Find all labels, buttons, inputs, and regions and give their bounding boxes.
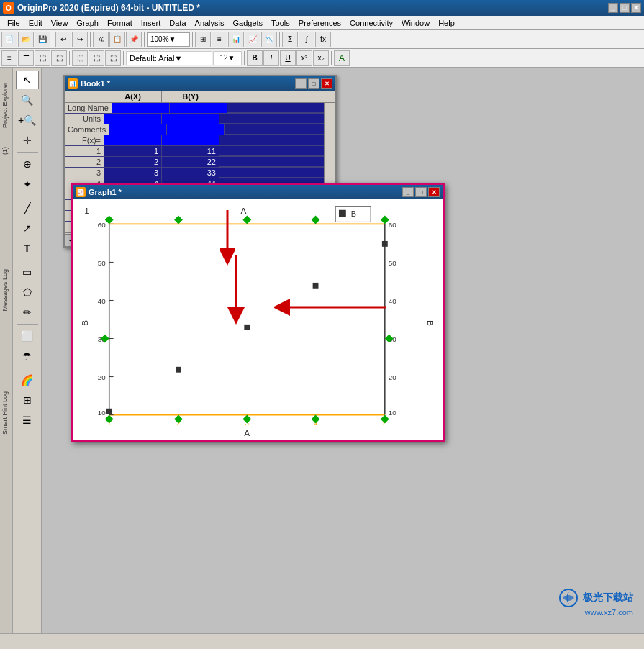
redo-button[interactable]: ↪ <box>72 32 88 47</box>
page-number: 1 <box>84 206 89 215</box>
minimize-button[interactable]: _ <box>608 3 618 13</box>
draw-circle-tool[interactable]: ⊕ <box>16 155 39 173</box>
graph1-maximize[interactable]: □ <box>415 187 427 197</box>
tb2-btn-2[interactable]: ☰ <box>18 50 34 66</box>
rectangle-tool[interactable]: ▭ <box>16 263 39 281</box>
font-size-input[interactable]: 12▼ <box>213 51 242 65</box>
font-name-input[interactable]: Default: Arial▼ <box>126 51 212 65</box>
select-tool[interactable]: ↖ <box>16 71 39 89</box>
toolbar-sep-5 <box>279 32 280 47</box>
mask-tool[interactable]: ☂ <box>16 347 39 366</box>
book1-icon: 📊 <box>68 78 78 88</box>
copy-button[interactable]: 📋 <box>109 32 125 47</box>
cell-a-3[interactable]: 3 <box>104 168 162 178</box>
color-map-tool[interactable]: 🌈 <box>16 371 39 389</box>
menu-view[interactable]: View <box>47 17 73 29</box>
graph1-minimize[interactable]: _ <box>402 187 414 197</box>
cell-b-comments[interactable] <box>167 124 225 135</box>
cell-a-longname[interactable] <box>112 103 170 113</box>
cell-b-1[interactable]: 11 <box>162 146 219 156</box>
cell-b-units[interactable] <box>162 114 219 124</box>
graph1-svg: 1 A B <box>73 199 443 440</box>
cell-a-2[interactable]: 2 <box>104 157 162 167</box>
graph1-window[interactable]: 📈 Graph1 * _ □ ✕ 1 A <box>71 183 445 442</box>
draw-point-tool[interactable]: ✦ <box>16 175 39 194</box>
cell-a-1[interactable]: 1 <box>104 146 162 156</box>
tb-btn-3[interactable]: 📊 <box>228 32 244 47</box>
tb-btn-7[interactable]: ∫ <box>299 32 314 47</box>
menu-graph[interactable]: Graph <box>72 17 103 29</box>
cell-extra-fx <box>219 135 335 145</box>
tb2-btn-1[interactable]: ≡ <box>1 50 17 66</box>
zoom-in-tool[interactable]: 🔍 <box>16 91 39 109</box>
underline-button[interactable]: U <box>280 50 296 66</box>
open-button[interactable]: 📂 <box>18 32 34 47</box>
cell-b-longname[interactable] <box>170 103 227 113</box>
tb2-btn-7[interactable]: ⬚ <box>105 50 121 66</box>
pan-tool[interactable]: ✛ <box>16 131 39 150</box>
edit-tool[interactable]: ✏ <box>16 303 39 322</box>
polygon-tool[interactable]: ⬠ <box>16 283 39 301</box>
menu-gadgets[interactable]: Gadgets <box>229 17 268 29</box>
bold-button[interactable]: B <box>247 50 263 66</box>
text-color-button[interactable]: A <box>334 50 350 66</box>
close-button[interactable]: ✕ <box>631 3 641 13</box>
graph1-close[interactable]: ✕ <box>428 187 440 197</box>
save-button[interactable]: 💾 <box>35 32 50 47</box>
grid-tool[interactable]: ⊞ <box>16 391 39 409</box>
book1-minimize[interactable]: _ <box>295 78 307 88</box>
toolbar2-sep-1 <box>69 51 70 65</box>
menu-tools[interactable]: Tools <box>267 17 294 29</box>
text-tool[interactable]: T <box>16 239 39 258</box>
cell-b-2[interactable]: 22 <box>162 157 219 167</box>
new-button[interactable]: 📄 <box>1 32 17 47</box>
tb2-btn-4[interactable]: ⬚ <box>51 50 67 66</box>
book1-close[interactable]: ✕ <box>321 78 332 88</box>
maximize-button[interactable]: □ <box>620 3 630 13</box>
menu-file[interactable]: File <box>3 17 24 29</box>
tb2-btn-6[interactable]: ⬚ <box>89 50 104 66</box>
cell-extra-1 <box>219 146 335 156</box>
subscript-button[interactable]: x₂ <box>313 50 329 66</box>
menu-edit[interactable]: Edit <box>24 17 47 29</box>
cell-b-fx[interactable] <box>162 135 219 145</box>
cell-a-units[interactable] <box>104 114 162 124</box>
italic-button[interactable]: I <box>263 50 279 66</box>
menu-help[interactable]: Help <box>434 17 459 29</box>
book1-title-bar[interactable]: 📊 Book1 * _ □ ✕ <box>65 76 335 91</box>
cell-a-comments[interactable] <box>109 124 167 135</box>
menu-preferences[interactable]: Preferences <box>294 17 345 29</box>
menu-connectivity[interactable]: Connectivity <box>345 17 397 29</box>
menu-insert[interactable]: Insert <box>137 17 165 29</box>
menu-analysis[interactable]: Analysis <box>191 17 229 29</box>
cell-b-3[interactable]: 33 <box>162 168 219 178</box>
tb-btn-1[interactable]: ⊞ <box>195 32 211 47</box>
tb-btn-5[interactable]: 📉 <box>261 32 277 47</box>
arrow-tool[interactable]: ↗ <box>16 219 39 237</box>
menu-window[interactable]: Window <box>397 17 434 29</box>
superscript-button[interactable]: x² <box>296 50 312 66</box>
roi-tool[interactable]: ⬜ <box>16 327 39 345</box>
tb-btn-4[interactable]: 📈 <box>245 32 260 47</box>
left-sidebar-labels: Project Explorer (1) Messages Log Smart … <box>0 68 13 649</box>
diamond-top-1 <box>105 216 114 224</box>
tb-btn-6[interactable]: Σ <box>282 32 298 47</box>
menu-format[interactable]: Format <box>103 17 137 29</box>
tb-btn-8[interactable]: fx <box>315 32 331 47</box>
graph1-title-bar[interactable]: 📈 Graph1 * _ □ ✕ <box>73 185 443 199</box>
undo-button[interactable]: ↩ <box>55 32 71 47</box>
layer-tool[interactable]: ☰ <box>16 411 39 430</box>
graph1-icon: 📈 <box>76 187 86 197</box>
cell-extra-2 <box>219 157 335 167</box>
zoom-dropdown[interactable]: 100%▼ <box>147 32 190 47</box>
cell-a-fx[interactable] <box>104 135 162 145</box>
menu-data[interactable]: Data <box>165 17 190 29</box>
tb2-btn-3[interactable]: ⬚ <box>35 50 50 66</box>
paste-button[interactable]: 📌 <box>126 32 142 47</box>
book1-maximize[interactable]: □ <box>308 78 319 88</box>
tb-btn-2[interactable]: ≡ <box>212 32 227 47</box>
draw-line-tool[interactable]: ╱ <box>16 199 39 217</box>
zoom-out-tool[interactable]: +🔍 <box>16 111 39 130</box>
print-button[interactable]: 🖨 <box>93 32 109 47</box>
tb2-btn-5[interactable]: ⬚ <box>72 50 88 66</box>
